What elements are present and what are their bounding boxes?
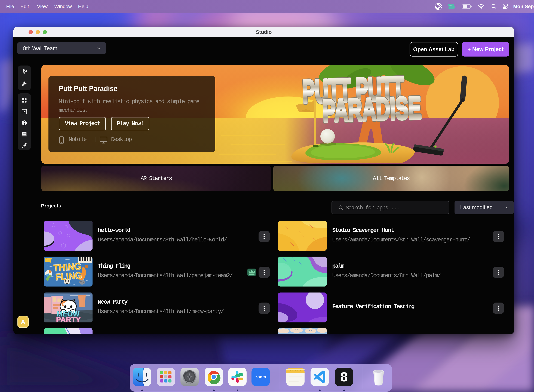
svg-text:PARADISE: PARADISE [322, 90, 422, 128]
svg-text:FLING: FLING [55, 270, 82, 282]
svg-text:zoom: zoom [255, 375, 266, 379]
svg-text:8: 8 [340, 370, 348, 384]
svg-text:PARTY: PARTY [56, 316, 81, 322]
